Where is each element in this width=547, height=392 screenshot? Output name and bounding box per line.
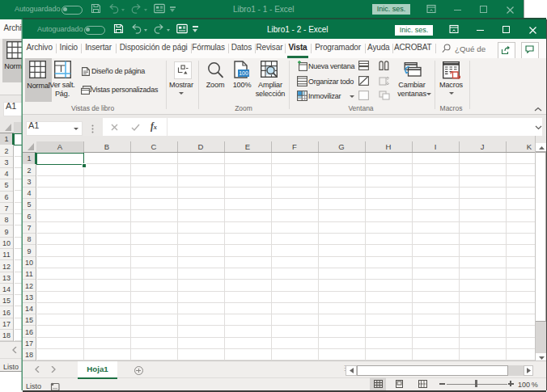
svg-text:100: 100 [239,70,248,76]
